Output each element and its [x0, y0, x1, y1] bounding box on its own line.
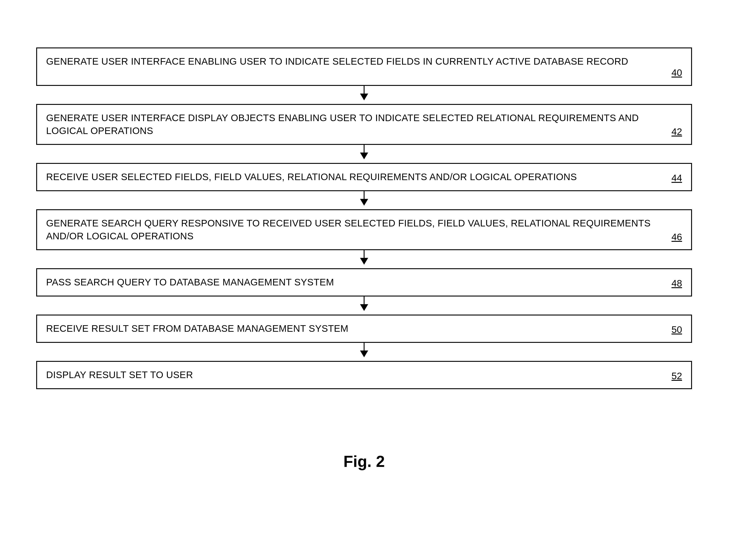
step-text: GENERATE SEARCH QUERY RESPONSIVE TO RECE… — [46, 217, 671, 242]
step-number: 52 — [671, 371, 682, 381]
step-text: GENERATE USER INTERFACE ENABLING USER TO… — [46, 55, 671, 68]
step-number: 50 — [671, 324, 682, 335]
arrow-icon — [36, 145, 692, 163]
flowchart-step: PASS SEARCH QUERY TO DATABASE MANAGEMENT… — [36, 268, 692, 296]
flowchart-step: RECEIVE RESULT SET FROM DATABASE MANAGEM… — [36, 315, 692, 343]
flowchart-step: GENERATE USER INTERFACE ENABLING USER TO… — [36, 47, 692, 86]
step-text: RECEIVE RESULT SET FROM DATABASE MANAGEM… — [46, 322, 671, 335]
flowchart-step: DISPLAY RESULT SET TO USER 52 — [36, 361, 692, 389]
arrow-icon — [36, 343, 692, 361]
flowchart-step: RECEIVE USER SELECTED FIELDS, FIELD VALU… — [36, 163, 692, 191]
step-number: 46 — [671, 232, 682, 242]
step-number: 48 — [671, 278, 682, 289]
step-text: RECEIVE USER SELECTED FIELDS, FIELD VALU… — [46, 171, 671, 184]
step-text: GENERATE USER INTERFACE DISPLAY OBJECTS … — [46, 112, 671, 137]
flowchart-step: GENERATE USER INTERFACE DISPLAY OBJECTS … — [36, 104, 692, 145]
step-number: 44 — [671, 173, 682, 184]
arrow-icon — [36, 191, 692, 209]
step-text: DISPLAY RESULT SET TO USER — [46, 369, 671, 381]
step-number: 40 — [671, 67, 682, 78]
step-text: PASS SEARCH QUERY TO DATABASE MANAGEMENT… — [46, 276, 671, 289]
flowchart-container: GENERATE USER INTERFACE ENABLING USER TO… — [36, 47, 692, 471]
arrow-icon — [36, 296, 692, 315]
arrow-icon — [36, 86, 692, 104]
arrow-icon — [36, 250, 692, 268]
figure-caption: Fig. 2 — [36, 452, 692, 471]
step-number: 42 — [671, 126, 682, 137]
flowchart-step: GENERATE SEARCH QUERY RESPONSIVE TO RECE… — [36, 209, 692, 250]
